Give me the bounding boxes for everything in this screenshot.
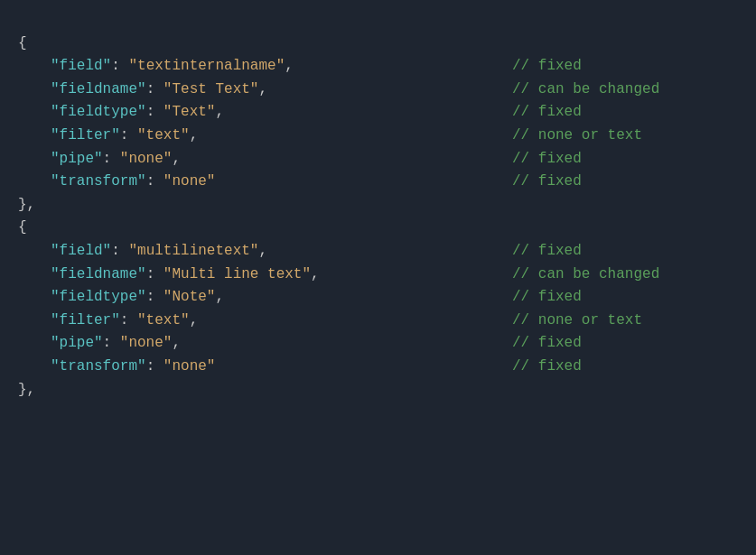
field-left: "fieldtype": "Note", <box>18 286 224 310</box>
colon: : <box>111 58 128 74</box>
colon: : <box>120 312 137 328</box>
field-comment: // fixed <box>512 240 711 264</box>
comma: , <box>215 104 224 120</box>
comma: , <box>285 58 294 74</box>
field-comment: // can be changed <box>512 264 711 287</box>
indent <box>18 101 51 125</box>
indent <box>18 310 51 333</box>
colon: : <box>146 358 163 375</box>
field-line: "transform": "none"// fixed <box>18 171 738 194</box>
field-key: "pipe" <box>51 151 103 167</box>
indent <box>18 286 51 310</box>
indent <box>18 55 51 79</box>
field-comment: // fixed <box>512 101 711 125</box>
field-left: "fieldname": "Multi line text", <box>18 264 320 287</box>
close-bracket: }, <box>18 197 35 213</box>
field-value: "none" <box>163 358 216 375</box>
field-key: "fieldtype" <box>51 104 146 120</box>
field-comment: // fixed <box>512 148 711 171</box>
field-value: "text" <box>137 312 190 328</box>
field-line: "field": "multilinetext",// fixed <box>18 240 738 264</box>
indent <box>18 125 51 148</box>
indent <box>18 332 51 356</box>
comma: , <box>190 127 199 143</box>
comma: , <box>258 81 267 97</box>
comma: , <box>190 312 199 328</box>
field-value: "none" <box>163 173 216 190</box>
field-value: "Test Text" <box>163 81 259 97</box>
field-key: "pipe" <box>51 335 103 351</box>
field-left: "filter": "text", <box>18 125 198 148</box>
field-comment: // fixed <box>512 286 711 310</box>
colon: : <box>111 243 128 259</box>
field-comment: // fixed <box>512 171 711 194</box>
open-bracket-line: { <box>18 217 738 240</box>
field-left: "fieldname": "Test Text", <box>18 79 267 102</box>
colon: : <box>146 104 163 120</box>
field-key: "filter" <box>51 312 120 328</box>
colon: : <box>103 151 120 167</box>
field-value: "multilinetext" <box>128 243 258 259</box>
field-value: "Multi line text" <box>163 266 311 282</box>
field-line: "fieldname": "Multi line text",// can be… <box>18 264 738 287</box>
colon: : <box>120 127 137 143</box>
field-comment: // fixed <box>512 356 711 379</box>
field-line: "filter": "text",// none or text <box>18 125 738 148</box>
comma: , <box>258 243 267 259</box>
close-bracket: }, <box>18 382 35 398</box>
field-left: "transform": "none" <box>18 356 215 379</box>
indent <box>18 148 51 171</box>
open-bracket: { <box>18 35 27 51</box>
field-comment: // can be changed <box>512 79 711 102</box>
comma: , <box>311 266 320 282</box>
field-key: "field" <box>51 58 111 74</box>
indent <box>18 240 51 264</box>
field-left: "field": "textinternalname", <box>18 55 294 79</box>
field-key: "fieldname" <box>51 266 146 282</box>
field-line: "fieldname": "Test Text",// can be chang… <box>18 79 738 102</box>
field-key: "fieldtype" <box>51 289 146 305</box>
field-line: "transform": "none"// fixed <box>18 356 738 379</box>
colon: : <box>146 289 163 305</box>
field-key: "fieldname" <box>51 81 146 97</box>
field-key: "field" <box>51 243 111 259</box>
open-bracket-line: { <box>18 32 738 56</box>
field-key: "transform" <box>51 358 146 375</box>
field-comment: // none or text <box>512 310 711 333</box>
field-key: "transform" <box>51 173 146 190</box>
colon: : <box>103 335 120 351</box>
colon: : <box>146 266 163 282</box>
field-value: "none" <box>120 151 173 167</box>
field-value: "text" <box>137 127 190 143</box>
colon: : <box>146 81 163 97</box>
colon: : <box>146 173 163 190</box>
indent <box>18 264 51 287</box>
field-value: "none" <box>120 335 173 351</box>
comma: , <box>172 151 181 167</box>
code-editor: { "field": "textinternalname",// fixed "… <box>0 0 756 411</box>
close-bracket-line: }, <box>18 194 738 217</box>
open-bracket: { <box>18 219 27 236</box>
field-left: "pipe": "none", <box>18 148 181 171</box>
field-comment: // fixed <box>512 332 711 356</box>
indent <box>18 79 51 102</box>
field-value: "textinternalname" <box>128 58 285 74</box>
field-left: "field": "multilinetext", <box>18 240 267 264</box>
field-left: "pipe": "none", <box>18 332 181 356</box>
comma: , <box>172 335 181 351</box>
field-line: "fieldtype": "Text",// fixed <box>18 101 738 125</box>
field-comment: // none or text <box>512 125 711 148</box>
close-bracket-line: }, <box>18 379 738 402</box>
field-line: "filter": "text",// none or text <box>18 310 738 333</box>
field-value: "Note" <box>163 289 216 305</box>
field-left: "transform": "none" <box>18 171 215 194</box>
field-left: "filter": "text", <box>18 310 198 333</box>
field-line: "field": "textinternalname",// fixed <box>18 55 738 79</box>
indent <box>18 356 51 379</box>
field-value: "Text" <box>163 104 216 120</box>
indent <box>18 171 51 194</box>
comma: , <box>215 289 224 305</box>
field-line: "pipe": "none",// fixed <box>18 332 738 356</box>
field-line: "fieldtype": "Note",// fixed <box>18 286 738 310</box>
field-line: "pipe": "none",// fixed <box>18 148 738 171</box>
